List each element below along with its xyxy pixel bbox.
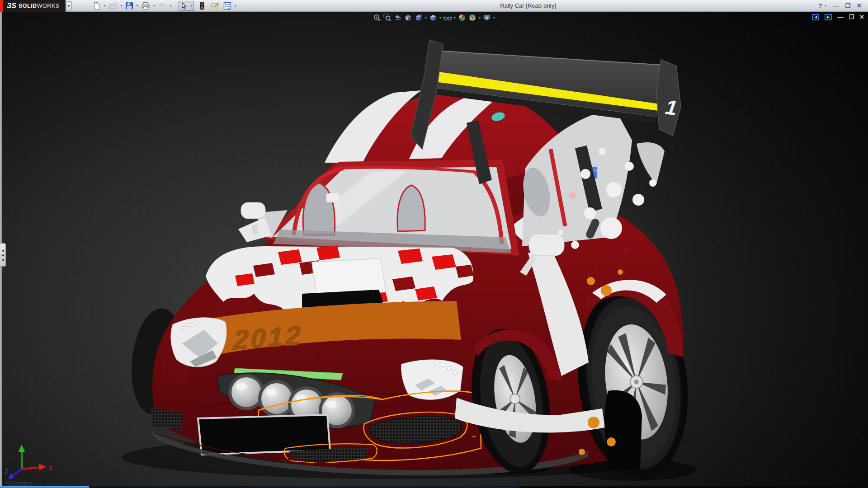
section-view-button[interactable]	[403, 13, 413, 22]
zoom-to-area-icon	[383, 14, 392, 22]
bottom-strip-segment	[447, 486, 519, 488]
apply-scene-icon	[468, 14, 476, 22]
collapsed-panel-tab[interactable]: ◀ ◀ ◀	[0, 243, 6, 267]
help-dropdown-caret[interactable]: ▾	[825, 4, 826, 8]
license-plate	[198, 415, 330, 455]
window-title: Rally Car [Read-only]	[238, 2, 819, 9]
solidworks-logo-glyph: ЗS	[7, 2, 16, 10]
flyout-arrow-icon: ▸	[68, 4, 70, 8]
display-style-button[interactable]	[428, 13, 438, 22]
expand-right-pane-button[interactable]: ▶	[825, 14, 832, 20]
edit-appearance-button[interactable]	[457, 13, 467, 22]
save-floppy-icon	[125, 2, 133, 10]
apply-scene-caret[interactable]: ▾	[479, 16, 481, 20]
undo-dropdown-caret[interactable]: ▾	[170, 4, 171, 8]
comment-note-button[interactable]	[209, 1, 221, 11]
zoom-to-fit-icon	[373, 14, 381, 22]
apply-scene-button[interactable]	[467, 13, 477, 22]
orientation-triad: X Z	[4, 443, 58, 479]
open-document-button[interactable]	[107, 1, 119, 11]
arch-vent-black	[604, 390, 642, 469]
display-style-caret[interactable]: ▾	[439, 16, 441, 20]
view-orientation-icon	[415, 14, 423, 22]
document-minimize-button[interactable]: —	[837, 14, 843, 20]
main-toolbar: ▾ ▾ ▾ ▾	[85, 1, 237, 11]
select-dropdown-caret[interactable]: ▾	[189, 1, 194, 11]
zoom-to-fit-button[interactable]	[372, 13, 382, 22]
selection-cross-marker: +	[472, 432, 476, 440]
solidworks-logo: ЗS SOLIDWORKS	[3, 0, 66, 12]
document-restore-button[interactable]: ❐	[849, 14, 854, 20]
window-titlebar: ЗS SOLIDWORKS ▸ ▾ ▾	[0, 0, 868, 12]
section-view-icon	[404, 14, 412, 22]
undo-arrow-icon	[158, 2, 167, 10]
zoom-to-area-button[interactable]	[382, 13, 392, 22]
collapse-arrow-icon: ◀	[1, 249, 4, 252]
brand-accent-stripe	[0, 0, 3, 12]
print-dropdown-caret[interactable]: ▾	[153, 4, 155, 8]
traffic-light-icon	[200, 2, 204, 10]
previous-view-button[interactable]	[393, 13, 403, 22]
save-button[interactable]	[124, 1, 135, 11]
view-orientation-caret[interactable]: ▾	[425, 16, 427, 20]
note-pencil-icon	[211, 2, 220, 10]
collapse-arrow-icon: ◀	[1, 253, 4, 257]
close-button[interactable]: ✕	[857, 2, 862, 9]
brand-name-bold: SOLID	[19, 3, 37, 9]
bottom-strip-segment	[253, 486, 447, 488]
headsup-view-toolbar: ▾ ▾ ▾	[372, 13, 496, 22]
toolbar-flyout-handle[interactable]: ▸	[66, 1, 72, 10]
print-button[interactable]	[140, 1, 151, 11]
bottom-strip-segment	[89, 486, 253, 488]
pane-right-icon: ▶	[827, 15, 830, 19]
previous-view-icon	[394, 14, 402, 22]
collapse-arrow-icon: ◀	[1, 258, 4, 261]
bottom-strip-segment	[519, 486, 868, 488]
select-tool-button[interactable]	[179, 1, 189, 11]
open-dropdown-caret[interactable]: ▾	[120, 4, 122, 8]
rally-lamp	[228, 374, 264, 410]
hide-show-items-button[interactable]	[443, 13, 453, 22]
bottom-strip-blue-segment	[0, 486, 89, 488]
checklist-icon	[223, 2, 231, 10]
view-orientation-button[interactable]	[414, 13, 424, 22]
bottom-strip	[0, 486, 868, 488]
collapse-left-pane-button[interactable]: ◀	[812, 14, 819, 20]
new-document-icon	[93, 2, 101, 10]
restore-button[interactable]: ❐	[845, 2, 850, 9]
undo-button[interactable]	[156, 1, 168, 11]
new-document-button[interactable]	[91, 1, 102, 11]
document-close-button[interactable]: ✕	[859, 14, 864, 20]
document-window-controls: ◀ ▶ — ❐ ✕	[812, 14, 864, 20]
view-settings-button[interactable]	[482, 13, 492, 22]
options-dropdown-caret[interactable]: ▾	[234, 4, 236, 8]
view-settings-icon	[483, 14, 491, 22]
printer-icon	[141, 2, 150, 10]
brand-name-light: WORKS	[37, 3, 60, 9]
new-dropdown-caret[interactable]: ▾	[104, 4, 105, 8]
display-style-icon	[429, 14, 437, 22]
graphics-viewport[interactable]: 2012	[0, 12, 868, 488]
pane-left-icon: ◀	[815, 15, 817, 19]
minimize-button[interactable]: —	[833, 2, 839, 9]
model-canvas[interactable]: 2012	[0, 12, 868, 488]
save-dropdown-caret[interactable]: ▾	[136, 4, 138, 8]
axis-x-label: X	[48, 464, 53, 471]
rebuild-traffic-light-button[interactable]	[198, 1, 206, 11]
help-button[interactable]: ?	[818, 2, 822, 9]
hide-show-caret[interactable]: ▾	[454, 16, 456, 20]
year-decal-text: 2012	[232, 320, 303, 356]
headlight-right[interactable]	[401, 360, 463, 399]
titlebar-controls: ? ▾ — ❐ ✕	[818, 2, 868, 9]
options-checklist-button[interactable]	[222, 1, 233, 11]
glasses-icon	[443, 14, 452, 22]
open-folder-icon	[108, 2, 118, 10]
view-settings-caret[interactable]: ▾	[493, 16, 495, 20]
select-cursor-icon	[180, 2, 188, 10]
appearance-sphere-icon	[458, 14, 466, 22]
axis-z-label: Z	[4, 468, 9, 475]
